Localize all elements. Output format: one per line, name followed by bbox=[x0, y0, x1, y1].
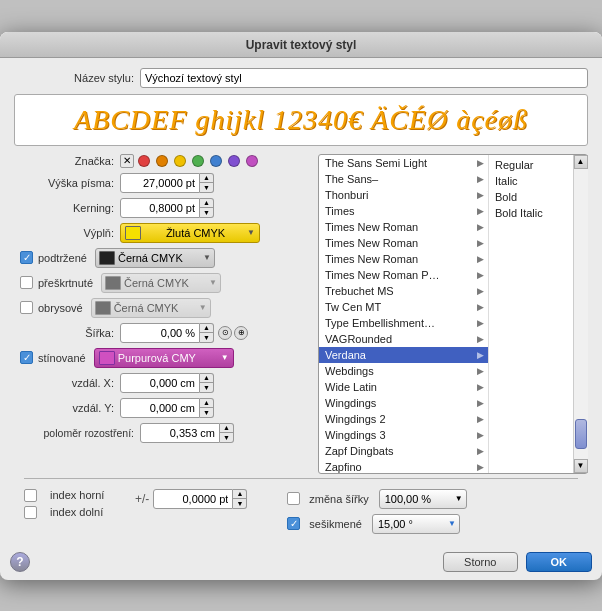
blur-up[interactable]: ▲ bbox=[220, 424, 233, 434]
shadow-y-label: vzdál. Y: bbox=[14, 402, 114, 414]
cancel-button[interactable]: Storno bbox=[443, 552, 517, 572]
color-dot[interactable] bbox=[156, 155, 168, 167]
font-list-item[interactable]: Times New Roman▶ bbox=[319, 251, 488, 267]
ok-button[interactable]: OK bbox=[526, 552, 593, 572]
fill-value: Žlutá CMYK bbox=[166, 227, 225, 239]
marks-row: Značka: ✕ bbox=[14, 154, 310, 168]
font-list-item[interactable]: Times New Roman▶ bbox=[319, 219, 488, 235]
font-list-item[interactable]: The Sans Semi Light▶ bbox=[319, 155, 488, 171]
index-lower-label: index dolní bbox=[50, 506, 135, 518]
font-list-item[interactable]: Zapfino▶ bbox=[319, 459, 488, 473]
style-list-item[interactable]: Bold bbox=[489, 189, 573, 205]
scroll-up-btn[interactable]: ▲ bbox=[574, 155, 588, 169]
width-up[interactable]: ▲ bbox=[200, 324, 213, 334]
style-list-item[interactable]: Regular bbox=[489, 157, 573, 173]
outline-checkbox[interactable] bbox=[20, 301, 33, 314]
font-list-item[interactable]: Thonburi▶ bbox=[319, 187, 488, 203]
outline-color-dropdown[interactable]: Černá CMYK ▼ bbox=[91, 298, 211, 318]
height-up[interactable]: ▲ bbox=[200, 174, 213, 184]
strikethrough-color-dropdown[interactable]: Černá CMYK ▼ bbox=[101, 273, 221, 293]
change-width-checkbox[interactable] bbox=[287, 492, 300, 505]
style-list-item[interactable]: Italic bbox=[489, 173, 573, 189]
style-list[interactable]: RegularItalicBoldBold Italic bbox=[489, 155, 573, 473]
strikethrough-checkbox[interactable] bbox=[20, 276, 33, 289]
index-group: index horní index dolní bbox=[24, 489, 135, 523]
font-list-item[interactable]: The Sans–▶ bbox=[319, 171, 488, 187]
sx-up[interactable]: ▲ bbox=[200, 374, 213, 384]
width-icon-1[interactable]: ⊙ bbox=[218, 326, 232, 340]
height-down[interactable]: ▼ bbox=[200, 183, 213, 192]
shadow-color-dropdown[interactable]: Purpurová CMY ▼ bbox=[94, 348, 234, 368]
index-input[interactable] bbox=[153, 489, 233, 509]
fill-arrow: ▼ bbox=[247, 228, 255, 237]
mark-x-btn[interactable]: ✕ bbox=[120, 154, 134, 168]
scroll-down-btn[interactable]: ▼ bbox=[574, 459, 588, 473]
slanted-row: ✓ sešikmené 15,00 ° ▼ bbox=[287, 514, 466, 534]
width-down[interactable]: ▼ bbox=[200, 333, 213, 342]
fill-dropdown[interactable]: Žlutá CMYK ▼ bbox=[120, 223, 260, 243]
font-list-item[interactable]: VAGRounded▶ bbox=[319, 331, 488, 347]
underline-checkbox[interactable]: ✓ bbox=[20, 251, 33, 264]
slanted-value: 15,00 ° bbox=[378, 518, 413, 530]
color-dot[interactable] bbox=[228, 155, 240, 167]
font-list-item[interactable]: Tw Cen MT▶ bbox=[319, 299, 488, 315]
marks-label: Značka: bbox=[14, 155, 114, 167]
idx-down[interactable]: ▼ bbox=[233, 499, 246, 508]
index-lower-checkbox[interactable] bbox=[24, 506, 37, 519]
sy-up[interactable]: ▲ bbox=[200, 399, 213, 409]
change-width-dropdown[interactable]: 100,00 % ▼ bbox=[379, 489, 467, 509]
marks-controls: ✕ bbox=[120, 154, 261, 168]
font-list-item[interactable]: Wingdings▶ bbox=[319, 395, 488, 411]
right-bottom-group: změna šířky 100,00 % ▼ ✓ sešikmené 15,00… bbox=[287, 489, 466, 534]
font-list-item[interactable]: Times New Roman▶ bbox=[319, 235, 488, 251]
scrollbar: ▲ ▼ bbox=[573, 155, 587, 473]
font-list-item[interactable]: Wingdings 3▶ bbox=[319, 427, 488, 443]
style-list-item[interactable]: Bold Italic bbox=[489, 205, 573, 221]
shadow-x-input[interactable] bbox=[120, 373, 200, 393]
width-label: Šířka: bbox=[14, 327, 114, 339]
scroll-handle[interactable] bbox=[575, 419, 587, 449]
font-list-item[interactable]: Times▶ bbox=[319, 203, 488, 219]
font-list-item[interactable]: Webdings▶ bbox=[319, 363, 488, 379]
color-dot[interactable] bbox=[174, 155, 186, 167]
blur-down[interactable]: ▼ bbox=[220, 433, 233, 442]
shadow-y-spinner: ▲ ▼ bbox=[120, 398, 214, 418]
font-list-item[interactable]: Type Embellishment…▶ bbox=[319, 315, 488, 331]
font-list-item[interactable]: Times New Roman P…▶ bbox=[319, 267, 488, 283]
index-value-group: +/- ▲ ▼ bbox=[135, 489, 247, 509]
font-list-item[interactable]: Zapf Dingbats▶ bbox=[319, 443, 488, 459]
slanted-checkbox[interactable]: ✓ bbox=[287, 517, 300, 530]
color-dot[interactable] bbox=[192, 155, 204, 167]
color-dot[interactable] bbox=[138, 155, 150, 167]
font-list-item[interactable]: Verdana▶ bbox=[319, 347, 488, 363]
idx-up[interactable]: ▲ bbox=[233, 490, 246, 500]
font-list-item[interactable]: Trebuchet MS▶ bbox=[319, 283, 488, 299]
sy-down[interactable]: ▼ bbox=[200, 408, 213, 417]
shadow-checkbox[interactable]: ✓ bbox=[20, 351, 33, 364]
font-list-item[interactable]: Wingdings 2▶ bbox=[319, 411, 488, 427]
font-list[interactable]: The Sans Semi Light▶The Sans–▶Thonburi▶T… bbox=[319, 155, 489, 473]
shadow-x-spinner: ▲ ▼ bbox=[120, 373, 214, 393]
width-input[interactable] bbox=[120, 323, 200, 343]
height-input[interactable] bbox=[120, 173, 200, 193]
index-upper-checkbox[interactable] bbox=[24, 489, 37, 502]
blur-input[interactable] bbox=[140, 423, 220, 443]
help-button[interactable]: ? bbox=[10, 552, 30, 572]
shadow-label: stínované bbox=[38, 352, 86, 364]
width-icon-2[interactable]: ⊕ bbox=[234, 326, 248, 340]
underline-color-dropdown[interactable]: Černá CMYK ▼ bbox=[95, 248, 215, 268]
sx-down[interactable]: ▼ bbox=[200, 383, 213, 392]
font-list-item[interactable]: Wide Latin▶ bbox=[319, 379, 488, 395]
kerning-down[interactable]: ▼ bbox=[200, 208, 213, 217]
font-panel: The Sans Semi Light▶The Sans–▶Thonburi▶T… bbox=[318, 154, 588, 474]
slanted-dropdown[interactable]: 15,00 ° ▼ bbox=[372, 514, 460, 534]
shadow-x-row: vzdál. X: ▲ ▼ bbox=[14, 373, 310, 393]
kerning-input[interactable] bbox=[120, 198, 200, 218]
color-dot[interactable] bbox=[246, 155, 258, 167]
preview-text: ABCDEF ghijkl 12340€ ÄČÉØ àçéøß bbox=[74, 104, 528, 136]
style-name-input[interactable] bbox=[140, 68, 588, 88]
kerning-up[interactable]: ▲ bbox=[200, 199, 213, 209]
color-dot[interactable] bbox=[210, 155, 222, 167]
shadow-y-input[interactable] bbox=[120, 398, 200, 418]
width-arrows: ▲ ▼ bbox=[200, 323, 214, 343]
